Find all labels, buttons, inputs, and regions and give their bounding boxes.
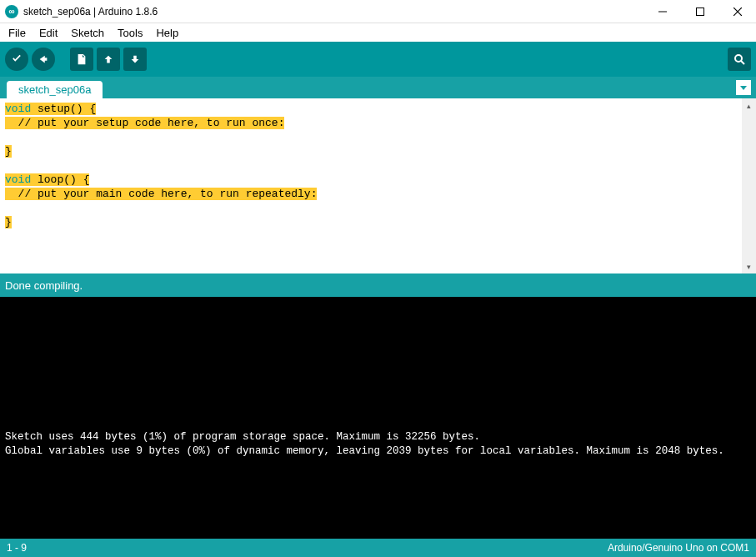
menu-file[interactable]: File xyxy=(3,25,31,41)
console-line: Sketch uses 444 bytes (1%) of program st… xyxy=(5,430,751,444)
save-button[interactable] xyxy=(123,48,147,71)
code-keyword: void xyxy=(5,173,31,186)
code-keyword: void xyxy=(5,103,31,115)
tab-dropdown-button[interactable] xyxy=(736,80,751,95)
status-bar: Done compiling. xyxy=(0,273,756,297)
menu-edit[interactable]: Edit xyxy=(34,25,63,41)
menu-tools[interactable]: Tools xyxy=(113,25,148,41)
menu-sketch[interactable]: Sketch xyxy=(66,25,109,41)
code-text: loop() { xyxy=(31,173,89,186)
menu-help[interactable]: Help xyxy=(151,25,183,41)
window-controls xyxy=(643,0,756,23)
svg-line-5 xyxy=(741,61,744,64)
board-info: Arduino/Genuino Uno on COM1 xyxy=(608,542,749,554)
verify-button[interactable] xyxy=(5,48,28,71)
svg-rect-1 xyxy=(696,8,703,15)
menu-bar: File Edit Sketch Tools Help xyxy=(0,23,756,42)
title-bar: sketch_sep06a | Arduino 1.8.6 xyxy=(0,0,756,23)
upload-button[interactable] xyxy=(32,48,55,71)
scroll-down-icon[interactable]: ▾ xyxy=(742,259,756,273)
svg-point-4 xyxy=(735,55,742,62)
window-title: sketch_sep06a | Arduino 1.8.6 xyxy=(23,6,643,18)
code-text: setup() { xyxy=(31,103,96,115)
tab-bar: sketch_sep06a xyxy=(0,77,756,98)
serial-monitor-button[interactable] xyxy=(728,48,751,71)
vertical-scrollbar[interactable]: ▴ ▾ xyxy=(742,98,756,273)
status-text: Done compiling. xyxy=(5,279,83,292)
scroll-up-icon[interactable]: ▴ xyxy=(742,98,756,113)
code-brace: } xyxy=(5,145,12,158)
tab-sketch[interactable]: sketch_sep06a xyxy=(7,81,103,98)
cursor-position: 1 - 9 xyxy=(7,542,27,554)
maximize-button[interactable] xyxy=(681,0,718,23)
toolbar xyxy=(0,42,756,77)
console[interactable]: Sketch uses 444 bytes (1%) of program st… xyxy=(0,297,756,539)
new-button[interactable] xyxy=(70,48,93,71)
footer-bar: 1 - 9 Arduino/Genuino Uno on COM1 xyxy=(0,539,756,557)
minimize-button[interactable] xyxy=(643,0,681,23)
close-button[interactable] xyxy=(718,0,756,23)
svg-rect-0 xyxy=(658,11,667,12)
arduino-logo-icon xyxy=(5,5,18,18)
code-editor[interactable]: void setup() { // put your setup code he… xyxy=(0,98,742,273)
editor-area: void setup() { // put your setup code he… xyxy=(0,98,756,273)
open-button[interactable] xyxy=(97,48,120,71)
console-line: Global variables use 9 bytes (0%) of dyn… xyxy=(5,444,751,459)
code-comment: // put your main code here, to run repea… xyxy=(5,188,317,200)
code-brace: } xyxy=(5,216,12,228)
code-comment: // put your setup code here, to run once… xyxy=(5,117,284,129)
